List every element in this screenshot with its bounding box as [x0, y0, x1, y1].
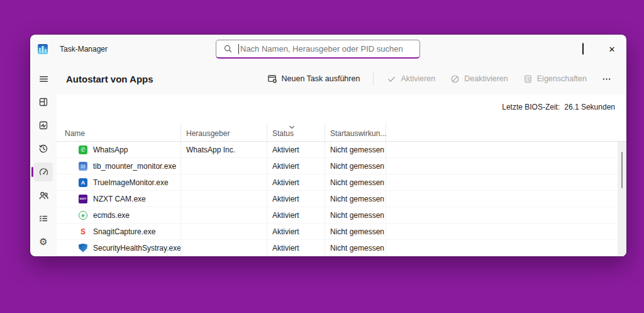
startup-impact: Nicht gemessen: [330, 195, 384, 203]
properties-icon: [523, 74, 533, 84]
column-header-name[interactable]: Name: [57, 123, 181, 141]
startup-impact: Nicht gemessen: [330, 227, 384, 236]
table-row[interactable]: tib_mounter_monitor.exeAktiviertNicht ge…: [57, 158, 626, 174]
publisher-cell: [181, 174, 267, 190]
status: Aktiviert: [272, 244, 299, 253]
titlebar[interactable]: Task-Manager ✕: [30, 35, 626, 63]
sidebar-item-einstellungen[interactable]: ⚙: [34, 232, 53, 251]
scrollbar-thumb[interactable]: [621, 152, 623, 188]
status: Aktiviert: [272, 178, 299, 187]
name-cell: TrueImageMonitor.exe: [57, 174, 181, 190]
table-row[interactable]: NZXT CAM.exeAktiviertNicht gemessen: [57, 191, 626, 207]
sidebar-item-benutzer[interactable]: [34, 186, 53, 205]
table-row[interactable]: TrueImageMonitor.exeAktiviertNicht gemes…: [57, 174, 626, 191]
block-icon: [450, 74, 460, 84]
status-cell: Aktiviert: [267, 240, 325, 256]
bios-time-value: 26.1 Sekunden: [564, 103, 615, 111]
status: Aktiviert: [272, 211, 299, 220]
table-row[interactable]: WhatsAppWhatsApp Inc.AktiviertNicht geme…: [57, 142, 626, 158]
status-cell: Aktiviert: [267, 207, 325, 223]
snagit-icon: [79, 227, 87, 236]
name-cell: SnagitCapture.exe: [57, 224, 181, 239]
whatsapp-icon: [79, 145, 87, 154]
table-row[interactable]: ecmds.exeAktiviertNicht gemessen: [57, 207, 626, 224]
impact-cell: Nicht gemessen: [325, 191, 386, 207]
neuen-task-ausfuehren-button[interactable]: Neuen Task ausführen: [261, 69, 367, 88]
more-dots-icon: [602, 74, 611, 84]
name-cell: SecurityHealthSystray.exe: [57, 240, 181, 256]
row-filler: [386, 240, 626, 256]
column-label: Herausgeber: [186, 129, 230, 138]
sidebar-item-details[interactable]: [34, 209, 53, 228]
impact-cell: Nicht gemessen: [325, 174, 386, 190]
task-manager-window: Task-Manager ✕ ⚙ Autostart von Apps Neue…: [30, 35, 626, 256]
status-cell: Aktiviert: [267, 174, 325, 190]
status: Aktiviert: [272, 227, 299, 236]
deaktivieren-label: Deaktivieren: [464, 74, 508, 83]
neuen-task-ausfuehren-label: Neuen Task ausführen: [282, 74, 360, 83]
name-cell: WhatsApp: [57, 142, 181, 157]
deaktivieren-button[interactable]: Deaktivieren: [444, 70, 514, 88]
column-header-herausgeber[interactable]: Herausgeber: [181, 123, 267, 141]
impact-cell: Nicht gemessen: [325, 207, 386, 223]
bios-time: Letzte BIOS-Zeit: 26.1 Sekunden: [502, 103, 615, 111]
app-name: SecurityHealthSystray.exe: [93, 244, 181, 253]
startup-impact: Nicht gemessen: [330, 162, 384, 171]
publisher-cell: [181, 207, 267, 223]
status-cell: Aktiviert: [267, 142, 325, 157]
bios-time-label: Letzte BIOS-Zeit:: [502, 103, 560, 111]
publisher-cell: [181, 191, 267, 207]
more-button[interactable]: [596, 70, 618, 88]
ecmds-icon: [79, 211, 87, 220]
row-filler: [386, 158, 626, 174]
app-name: SnagitCapture.exe: [93, 227, 155, 236]
publisher-cell: [181, 240, 267, 256]
close-button[interactable]: ✕: [597, 35, 626, 63]
aktivieren-button[interactable]: Aktivieren: [380, 70, 441, 88]
app-name: tib_mounter_monitor.exe: [93, 162, 176, 171]
sidebar-item-app-verlauf[interactable]: [34, 139, 53, 158]
column-header-startauswirkun[interactable]: Startauswirkun...: [325, 123, 386, 141]
status-cell: Aktiviert: [267, 224, 325, 239]
impact-cell: Nicht gemessen: [325, 158, 386, 174]
sidebar-item-prozesse[interactable]: [34, 93, 53, 111]
table-body: WhatsAppWhatsApp Inc.AktiviertNicht geme…: [57, 142, 626, 256]
tib-mounter-icon: [79, 162, 87, 171]
startup-apps-table: NameHerausgeberStatusStartauswirkun... W…: [57, 123, 626, 256]
search-input[interactable]: [239, 44, 419, 54]
selected-accent-pill: [31, 167, 33, 177]
vertical-scrollbar[interactable]: [618, 142, 626, 256]
status: Aktiviert: [272, 145, 299, 154]
sidebar-item-leistung[interactable]: [34, 116, 53, 135]
row-filler: [386, 191, 626, 207]
status-cell: Aktiviert: [267, 191, 325, 207]
sidebar-item-menu[interactable]: [34, 69, 53, 88]
eigenschaften-label: Eigenschaften: [537, 74, 587, 83]
name-cell: ecmds.exe: [57, 207, 181, 223]
table-row[interactable]: SecurityHealthSystray.exeAktiviertNicht …: [57, 240, 626, 256]
table-row[interactable]: SnagitCapture.exeAktiviertNicht gemessen: [57, 224, 626, 240]
task-manager-app-icon: [38, 44, 48, 54]
name-cell: tib_mounter_monitor.exe: [57, 158, 181, 174]
page-title: Autostart von Apps: [66, 74, 153, 84]
sidebar-item-autostart-von-apps[interactable]: [34, 162, 53, 181]
startup-impact: Nicht gemessen: [330, 244, 384, 253]
impact-cell: Nicht gemessen: [325, 224, 386, 239]
sidebar: ⚙: [30, 63, 57, 256]
column-header-status[interactable]: Status: [267, 123, 325, 141]
publisher: WhatsApp Inc.: [186, 145, 235, 154]
window-controls: ✕: [540, 35, 626, 63]
startup-impact: Nicht gemessen: [330, 178, 384, 187]
toolbar: Autostart von Apps Neuen Task ausführenA…: [57, 63, 626, 94]
eigenschaften-button[interactable]: Eigenschaften: [517, 70, 593, 88]
aktivieren-label: Aktivieren: [401, 74, 435, 83]
maximize-button[interactable]: [569, 35, 597, 63]
app-name: ecmds.exe: [93, 211, 130, 220]
table-header: NameHerausgeberStatusStartauswirkun...: [57, 123, 626, 142]
minimize-button[interactable]: [540, 35, 569, 63]
app-name: TrueImageMonitor.exe: [93, 178, 169, 187]
details-list-icon: [38, 213, 48, 224]
column-label: Name: [65, 129, 85, 138]
app-name: WhatsApp: [93, 145, 128, 154]
row-filler: [386, 174, 626, 190]
